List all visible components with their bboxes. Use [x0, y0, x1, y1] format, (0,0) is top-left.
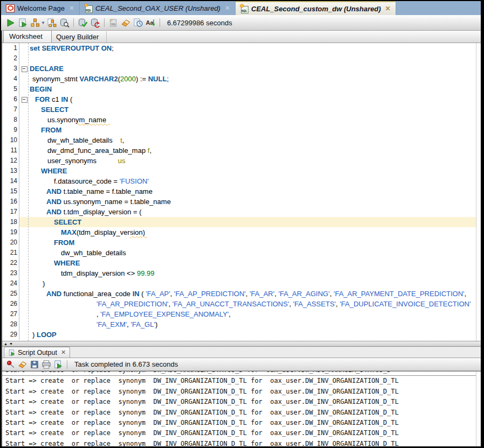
tab-worksheet[interactable]: Worksheet — [3, 30, 52, 43]
editor-line[interactable]: 28'FA_EXM', 'FA_GL') — [2, 319, 481, 330]
run-script-button[interactable] — [53, 359, 64, 370]
splitter-collapse-up-icon[interactable]: ▲ — [4, 342, 8, 346]
fold-column — [19, 227, 30, 237]
editor-line[interactable]: 25AND functional_area_code IN ( 'FA_AP',… — [2, 289, 481, 299]
output-row: Start => create or replace synonym DW_AS… — [2, 371, 481, 376]
sql-tuning-advisor-button[interactable] — [59, 17, 70, 29]
explain-plan-button[interactable] — [30, 17, 41, 29]
editor-line[interactable]: 14f.datasource_code = 'FUSION' — [2, 176, 481, 186]
editor-line[interactable]: 9FROM — [2, 125, 481, 135]
document-tab[interactable]: SQL✹CEAL_Second_OAX_USER (Unshared)✕ — [80, 1, 236, 15]
document-tab-label: Welcome Page — [17, 4, 65, 12]
clear-button[interactable] — [120, 17, 132, 29]
toolbar-separator — [67, 360, 67, 369]
save-button[interactable] — [29, 359, 40, 370]
editor-line[interactable]: 20FROM — [2, 237, 481, 248]
editor-line[interactable]: 27, 'FA_EMPLOYEE_EXPENSE_ANOMALY', — [2, 309, 481, 319]
editor-scrollbar[interactable] — [476, 43, 481, 341]
editor-line[interactable]: 26'FA_AR_PREDICTION', 'FA_AR_UNACCT_TRAN… — [2, 299, 481, 309]
editor-line[interactable]: 12user_synonyms us — [2, 156, 481, 166]
fold-column — [19, 74, 30, 84]
editor-line[interactable]: 19MAX(tdm_display_version) — [2, 227, 481, 237]
editor-line[interactable]: 2 — [2, 53, 481, 64]
close-icon[interactable]: ✕ — [385, 5, 391, 12]
editor-line[interactable]: 15AND t.table_name = f.table_name — [2, 186, 481, 197]
code-text: synonym_stmt VARCHAR2(2000) := NULL; — [30, 74, 169, 84]
explain-plan-icon — [30, 18, 40, 28]
sql-worksheet-icon: SQL✹ — [240, 5, 248, 13]
document-tab[interactable]: SQL✹CEAL_Second_custom_dw (Unshared)✕ — [236, 1, 396, 15]
commit-button[interactable] — [77, 17, 88, 29]
save-icon — [30, 360, 39, 369]
autotrace-button[interactable] — [46, 17, 58, 29]
code-text: ) — [30, 278, 45, 289]
code-text: f.datasource_code = 'FUSION' — [30, 176, 149, 186]
rollback-button[interactable] — [89, 17, 101, 29]
editor-line[interactable]: 13WHERE — [2, 166, 481, 176]
code-text: dw_wh_table_details t, — [30, 135, 124, 145]
fold-column — [19, 278, 30, 289]
editor-line[interactable]: 21dw_wh_table_details — [2, 248, 481, 258]
editor-line[interactable]: 24) — [2, 278, 481, 289]
run-statement-button[interactable] — [5, 17, 16, 29]
editor-line[interactable]: 29) LOOP — [2, 330, 481, 340]
panel-splitter[interactable]: ▲ ▼ — [2, 341, 481, 347]
sql-editor[interactable]: 1set SERVEROUTPUT ON;23DECLARE4synonym_s… — [2, 43, 481, 341]
fold-column — [19, 53, 30, 64]
script-output-icon — [8, 349, 16, 356]
editor-line[interactable]: 7SELECT — [2, 104, 481, 115]
line-number: 28 — [2, 319, 19, 330]
line-number: 17 — [2, 207, 19, 217]
line-number: 6 — [2, 94, 19, 104]
line-number: 20 — [2, 237, 19, 248]
line-number: 9 — [2, 125, 19, 135]
output-scrollbar[interactable] — [476, 372, 481, 446]
sql-history-button[interactable] — [133, 17, 144, 29]
editor-line[interactable]: 17AND t.tdm_display_version = ( — [2, 207, 481, 217]
document-tabbar: Welcome Page✕SQL✹CEAL_Second_OAX_USER (U… — [1, 1, 481, 15]
fold-column — [19, 176, 30, 186]
editor-line[interactable]: 10dw_wh_table_details t, — [2, 135, 481, 145]
close-icon[interactable]: ✕ — [225, 5, 230, 11]
print-button[interactable] — [41, 359, 52, 370]
fold-column — [19, 166, 30, 176]
tab-script-output[interactable]: Script Output ✕ — [4, 347, 70, 358]
editor-line[interactable]: 11dw_dmd_func_area_table_map f, — [2, 145, 481, 156]
editor-line[interactable]: 1set SERVEROUTPUT ON; — [2, 43, 481, 53]
editor-line[interactable]: 4synonym_stmt VARCHAR2(2000) := NULL; — [2, 74, 481, 84]
tab-query-builder[interactable]: Query Builder — [52, 31, 107, 43]
fold-collapse-icon[interactable] — [22, 66, 27, 72]
unshared-worksheet-button[interactable]: SQL — [108, 17, 119, 29]
change-case-button[interactable]: Aa — [145, 17, 156, 29]
rollback-icon — [90, 18, 100, 28]
editor-line[interactable]: 8us.synonym_name — [2, 115, 481, 125]
editor-line[interactable]: 6FOR c1 IN ( — [2, 94, 481, 104]
code-text: DECLARE — [30, 64, 64, 74]
fold-column — [19, 299, 30, 309]
fold-column — [19, 309, 30, 319]
fold-column — [19, 94, 30, 104]
explain-plan-dropdown-icon[interactable]: ▼ — [41, 20, 45, 25]
svg-text:SQL: SQL — [111, 23, 116, 25]
line-number: 19 — [2, 227, 19, 237]
document-tab-label: CEAL_Second_OAX_USER (Unshared) — [95, 4, 220, 12]
close-icon[interactable]: ✕ — [69, 5, 74, 11]
editor-line[interactable]: 22WHERE — [2, 258, 481, 268]
close-icon[interactable]: ✕ — [61, 349, 66, 355]
splitter-collapse-down-icon[interactable]: ▼ — [9, 342, 13, 346]
fold-collapse-icon[interactable] — [22, 97, 27, 103]
editor-line[interactable]: 3DECLARE — [2, 64, 481, 74]
fold-column — [19, 145, 30, 156]
fold-column — [19, 135, 30, 145]
editor-line[interactable]: 16AND us.synonym_name = t.table_name — [2, 197, 481, 207]
clear-button[interactable] — [17, 359, 28, 370]
code-text: , 'FA_EMPLOYEE_EXPENSE_ANOMALY', — [30, 309, 231, 319]
run-script-button[interactable] — [17, 17, 29, 29]
pin-button[interactable] — [5, 359, 16, 370]
line-number: 7 — [2, 104, 19, 115]
document-tab[interactable]: Welcome Page✕ — [1, 1, 80, 15]
fold-column — [19, 84, 30, 94]
editor-line[interactable]: 5BEGIN — [2, 84, 481, 94]
editor-line[interactable]: 23tdm_display_version <> 99.99 — [2, 268, 481, 278]
editor-line[interactable]: 18SELECT — [2, 217, 481, 227]
